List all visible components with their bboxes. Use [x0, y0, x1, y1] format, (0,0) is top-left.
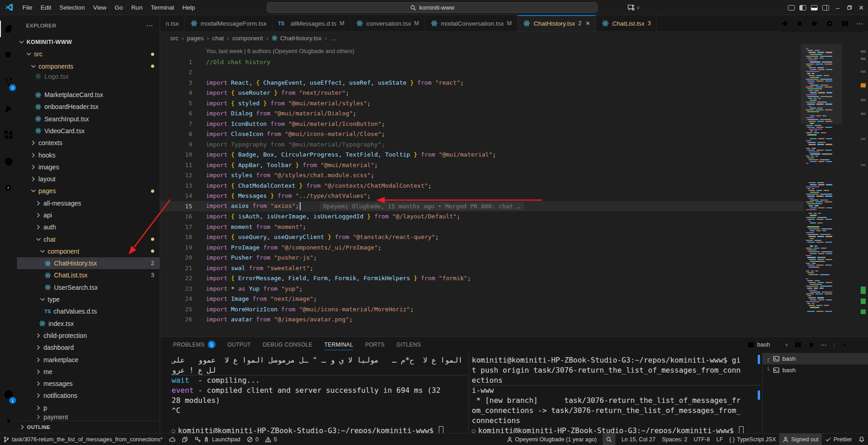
menu-edit[interactable]: Edit: [37, 4, 55, 11]
tab-n.tsx[interactable]: n.tsx: [160, 15, 185, 32]
tree-item-payment[interactable]: payment: [17, 414, 160, 421]
command-center-search[interactable]: kominiti-www: [267, 2, 598, 13]
customize-layout-icon[interactable]: ∙∙: [788, 5, 795, 11]
menu-go[interactable]: Go: [111, 4, 127, 11]
split-terminal-icon[interactable]: [794, 341, 802, 348]
tree-item-marketplace[interactable]: marketplace: [17, 353, 160, 365]
restore-button[interactable]: [846, 5, 852, 11]
tree-item-UserSearch.tsx[interactable]: UserSearch.tsx: [17, 282, 160, 293]
blame-item[interactable]: Opeyemi Olugbade (1 year ago): [503, 434, 600, 445]
tree-item-hooks[interactable]: hooks: [17, 149, 160, 161]
terminal-pane-left[interactable]: الموا ع لا ! الموا ع لا ح*م ـ موليا لا ي…: [172, 355, 467, 433]
tab-conversation.tsx[interactable]: conversation.tsxM: [350, 15, 425, 32]
problems-errors[interactable]: 0: [243, 434, 262, 445]
close-panel-icon[interactable]: [854, 341, 862, 348]
tab-ChatHistory.tsx[interactable]: ChatHistory.tsx2✕: [518, 15, 596, 32]
maximize-panel-icon[interactable]: [841, 341, 848, 348]
tree-item-components[interactable]: components: [17, 60, 160, 72]
tree-item-chat[interactable]: chat: [17, 233, 160, 245]
panel-tab-terminal[interactable]: TERMINAL: [324, 337, 353, 352]
indentation[interactable]: Spaces: 2: [659, 434, 691, 445]
activity-search[interactable]: [0, 45, 17, 65]
gitlens-graph-icon[interactable]: [826, 20, 834, 27]
close-icon[interactable]: ✕: [586, 20, 590, 27]
launchpad-item[interactable]: Launchpad: [191, 434, 243, 445]
panel-tab-problems[interactable]: PROBLEMS5: [173, 337, 216, 352]
cursor-position[interactable]: Ln 15, Col 27: [618, 434, 658, 445]
menu-help[interactable]: Help: [178, 4, 199, 11]
toggle-secondary-sidebar-icon[interactable]: [822, 5, 829, 11]
breadcrumb-item-…[interactable]: …: [330, 35, 336, 42]
tree-item-chatValues.d.ts[interactable]: TSchatValues.d.ts: [17, 305, 160, 317]
gitlens-signed-out[interactable]: Signed out: [779, 434, 822, 445]
toggle-sidebar-icon[interactable]: [799, 5, 806, 11]
tree-item-onboardHeader.tsx[interactable]: onboardHeader.tsx: [17, 101, 160, 113]
copilot-menu[interactable]: ∨: [627, 0, 640, 15]
tree-item-notifications[interactable]: notifications: [17, 390, 160, 402]
tree-item-VideoCard.tsx[interactable]: VideoCard.tsx: [17, 125, 160, 137]
tree-item-all-messages[interactable]: all-messages: [17, 197, 160, 209]
tree-item-MarketplaceCard.tsx[interactable]: MarketplaceCard.tsx: [17, 89, 160, 101]
menu-view[interactable]: View: [89, 4, 111, 11]
new-terminal-icon[interactable]: [776, 341, 783, 348]
tree-item-child-protection[interactable]: child-protection: [17, 330, 160, 342]
tree-item-dashboard[interactable]: dashboard: [17, 342, 160, 353]
next-change-icon[interactable]: [811, 20, 819, 27]
menu-run[interactable]: Run: [127, 4, 147, 11]
terminal-list-item-bash[interactable]: └bash: [763, 364, 868, 376]
tab-modalMessageForm.tsx[interactable]: modalMessageForm.tsx: [185, 15, 273, 32]
activity-explorer[interactable]: [0, 19, 17, 39]
tree-item-type[interactable]: type: [17, 293, 160, 305]
tree-item-images[interactable]: images: [17, 161, 160, 173]
activity-gitlens-inspect[interactable]: [0, 178, 17, 198]
breadcrumb-item-pages[interactable]: pages: [187, 35, 204, 42]
tree-item-KOMINITI-WWW[interactable]: KOMINITI-WWW: [17, 36, 160, 48]
open-changes-icon[interactable]: [796, 20, 803, 27]
terminal-list-item-bash[interactable]: ┌bash: [763, 353, 868, 364]
tab-allMessages.d.ts[interactable]: TSallMessages.d.tsM: [273, 15, 350, 32]
prettier[interactable]: Prettier: [822, 434, 855, 445]
menu-file[interactable]: File: [18, 4, 37, 11]
tree-item-Logo.tsx[interactable]: Logo.tsx: [17, 72, 160, 89]
breadcrumb-item-chat[interactable]: chat: [212, 35, 224, 42]
panel-tab-output[interactable]: OUTPUT: [227, 337, 251, 352]
split-editor-icon[interactable]: [841, 20, 849, 27]
language-mode[interactable]: { }TypeScript JSX: [726, 434, 779, 445]
panel-more-actions-icon[interactable]: ⋯: [821, 341, 828, 348]
problems-warnings[interactable]: 5: [262, 434, 280, 445]
panel-tab-debug-console[interactable]: DEBUG CONSOLE: [263, 337, 313, 352]
code-editor[interactable]: You, last week | 6 authors (Opeyemi Olug…: [160, 44, 868, 336]
tree-item-messages[interactable]: messages: [17, 378, 160, 390]
tree-item-auth[interactable]: auth: [17, 221, 160, 233]
eol[interactable]: LF: [713, 434, 727, 445]
encoding[interactable]: UTF-8: [690, 434, 713, 445]
tree-item-layout[interactable]: layout: [17, 173, 160, 185]
gitlens-compare-item[interactable]: [178, 434, 191, 445]
tree-item-index.tsx[interactable]: index.tsx: [17, 318, 160, 330]
breadcrumb-item-component[interactable]: component: [232, 35, 263, 42]
menu-terminal[interactable]: Terminal: [146, 4, 178, 11]
git-branch-item[interactable]: task/3076-return_the_list_of_messages_fr…: [0, 434, 166, 445]
tree-item-contexts[interactable]: contexts: [17, 137, 160, 149]
close-button[interactable]: ✕: [857, 4, 865, 11]
publish-item[interactable]: [166, 434, 178, 445]
notifications-bell[interactable]: [855, 434, 868, 445]
launch-profile-chevron-icon[interactable]: ∨: [785, 342, 788, 347]
breadcrumb-item-src[interactable]: src: [170, 35, 178, 42]
minimap[interactable]: [806, 48, 832, 332]
menu-selection[interactable]: Selection: [55, 4, 89, 11]
tree-item-src[interactable]: src: [17, 48, 160, 60]
more-actions-icon[interactable]: ⋯: [856, 20, 863, 28]
explorer-more-actions-icon[interactable]: ⋯: [146, 22, 153, 30]
activity-run-debug[interactable]: [0, 98, 17, 119]
activity-settings[interactable]: [0, 411, 17, 431]
breadcrumb-item-ChatHistory.tsx[interactable]: ChatHistory.tsx: [271, 35, 322, 42]
kill-terminal-icon[interactable]: [808, 341, 815, 348]
tree-item-pages[interactable]: pages: [17, 185, 160, 197]
terminal-pane-right[interactable]: kominiti@kominiti-HP-ZBook-Studio-G3:~/r…: [472, 355, 760, 433]
minimize-button[interactable]: –: [834, 4, 842, 11]
tree-item-ChatList.tsx[interactable]: ChatList.tsx3: [17, 269, 160, 281]
activity-gitlens[interactable]: [0, 152, 17, 172]
tree-item-api[interactable]: api: [17, 209, 160, 221]
tree-item-p[interactable]: p: [17, 402, 160, 414]
